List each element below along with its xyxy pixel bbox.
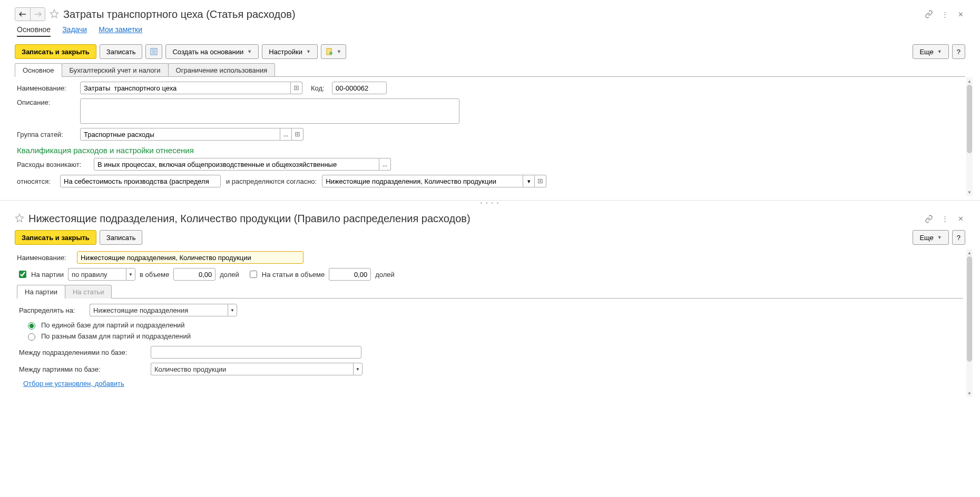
label-origins: Расходы возникают: [17,161,89,168]
input-desc[interactable] [80,98,459,124]
select-distribute[interactable]: Нижестоящие подразделения [90,304,228,316]
label-shares-2: долей [375,271,395,279]
input-origins[interactable] [94,158,379,171]
subtab-restriction[interactable]: Ограничение использования [168,63,276,77]
pane-splitter[interactable]: • • • • [0,200,980,205]
label-base-batch: Между партиями по базе: [19,365,145,373]
label-name: Наименование: [17,84,75,92]
favorite-star-icon-2[interactable] [15,213,24,224]
input-base-subdiv[interactable] [151,346,361,359]
select-origins-icon[interactable]: ... [379,158,391,171]
content-area-2: Наименование: На партии по правилу ▼ в о… [7,249,973,397]
input-group[interactable] [80,128,280,141]
settings-button[interactable]: Настройки▼ [262,44,318,59]
nav-buttons [15,7,45,21]
create-based-button[interactable]: Создать на основании▼ [165,44,259,59]
label-name-2: Наименование: [17,254,72,262]
label-code: Код: [311,84,327,92]
label-desc: Описание: [17,98,75,106]
list-icon-button[interactable] [145,44,162,59]
toolbar-2: Записать и закрыть Записать Еще▼ ? [7,228,973,249]
label-volume: в объеме [140,271,169,279]
label-group: Группа статей: [17,131,75,138]
caret-distribute-icon[interactable]: ▼ [228,304,237,316]
help-button-1[interactable]: ? [952,44,965,59]
input-code[interactable] [332,82,387,94]
dist-caret-icon[interactable]: ▾ [523,175,535,187]
form1-pane: Затраты транспортного цеха (Статья расхо… [0,0,980,200]
input-name[interactable] [80,82,291,94]
radio-separate[interactable] [28,333,35,341]
toolbar-1: Записать и закрыть Записать Создать на о… [7,42,973,63]
svg-point-5 [329,52,332,55]
link-icon-2[interactable] [924,214,934,224]
more-vertical-icon-2[interactable]: ⋮ [940,214,949,224]
close-icon-2[interactable]: ✕ [956,214,965,224]
scrollbar-2[interactable]: ▲▼ [966,249,973,397]
save-button[interactable]: Записать [100,44,143,59]
expand-icon[interactable] [291,82,302,94]
back-button[interactable] [15,8,30,21]
select-icon[interactable]: ... [280,128,292,141]
title-bar-2: Нижестоящие подразделения, Количество пр… [7,210,973,228]
label-shares: долей [220,271,239,279]
tab-main[interactable]: Основное [17,25,51,37]
subtab-batches[interactable]: На партии [17,285,65,299]
select-base-batch[interactable]: Количество продукции [151,363,353,375]
tab-notes[interactable]: Мои заметки [99,25,142,37]
form2-pane: Нижестоящие подразделения, Количество пр… [0,205,980,401]
label-refers: относятся: [17,177,55,185]
save-close-button-2[interactable]: Записать и закрыть [15,230,96,245]
caret-byrule-icon[interactable]: ▼ [126,268,135,281]
favorite-star-icon[interactable] [50,9,59,20]
open-icon[interactable] [292,128,303,141]
input-dist[interactable] [322,175,523,187]
help-button-2[interactable]: ? [952,230,965,245]
input-refers[interactable] [60,175,221,187]
input-name-2[interactable] [77,251,303,264]
section-title: Квалификация расходов и настройки отнесе… [17,146,963,155]
label-base-subdiv: Между подразделениями по базе: [19,349,145,356]
tab-tasks[interactable]: Задачи [62,25,87,37]
forward-button[interactable] [30,8,45,21]
scrollbar-1[interactable]: ▲▼ [966,77,973,196]
save-close-button[interactable]: Записать и закрыть [15,44,96,59]
label-distribute: Распределять на: [19,306,84,314]
subtab-items[interactable]: На статьи [65,285,112,299]
checkbox-items[interactable] [250,271,257,278]
page-title-1: Затраты транспортного цеха (Статья расхо… [63,8,296,21]
sub-tabs-1: Основное Бухгалтерский учет и налоги Огр… [7,63,973,77]
label-batches: На партии [31,271,64,279]
more-button-1[interactable]: Еще▼ [913,44,948,59]
label-dist: и распределяются согласно: [226,177,317,185]
more-vertical-icon[interactable]: ⋮ [940,9,949,19]
subtab-main[interactable]: Основное [15,63,62,77]
nav-tabs-1: Основное Задачи Мои заметки [7,24,973,42]
more-button-2[interactable]: Еще▼ [913,230,948,245]
save-button-2[interactable]: Записать [100,230,143,245]
dist-open-icon[interactable] [535,175,546,187]
label-radio-unified: По единой базе для партий и подразделени… [41,321,185,329]
select-byrule[interactable]: по правилу [68,268,126,281]
label-radio-separate: По разным базам для партий и подразделен… [41,332,191,340]
radio-unified[interactable] [28,322,35,330]
title-bar-1: Затраты транспортного цеха (Статья расхо… [7,4,973,24]
label-items: На статьи в объеме [262,271,325,279]
content-area-1: Наименование: Код: Описание: Группа стат… [7,77,973,196]
attach-icon-button[interactable]: ▼ [321,44,346,59]
close-icon[interactable]: ✕ [956,9,965,19]
checkbox-batches[interactable] [19,271,26,278]
subtab-accounting[interactable]: Бухгалтерский учет и налоги [62,63,169,77]
filter-link[interactable]: Отбор не установлен, добавить [23,380,124,387]
input-volume[interactable] [173,268,215,281]
link-icon[interactable] [924,9,934,19]
page-title-2: Нижестоящие подразделения, Количество пр… [28,213,471,225]
input-items-volume[interactable] [329,268,371,281]
caret-basebatch-icon[interactable]: ▼ [353,363,362,375]
